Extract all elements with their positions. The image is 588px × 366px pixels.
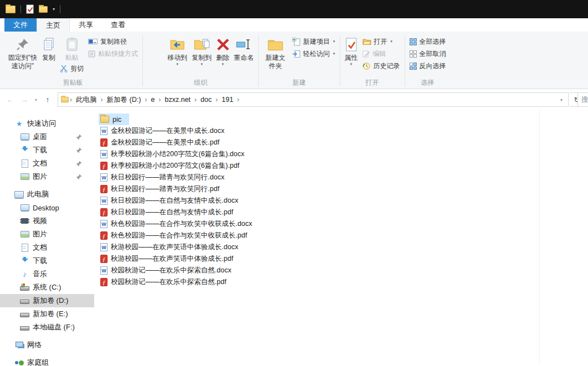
breadcrumb-item[interactable]: 此电脑 bbox=[73, 95, 100, 105]
open-folder-icon bbox=[362, 38, 371, 45]
file-row[interactable]: ƒ秋游校园——在欢声笑语中体验成长.pdf bbox=[99, 253, 241, 265]
tab-file[interactable]: 文件 bbox=[4, 18, 37, 32]
select-none-button[interactable]: 全部取消 bbox=[407, 48, 448, 60]
file-row[interactable]: ƒ秋季校园秋游小结200字范文(6篇合集).pdf bbox=[99, 160, 247, 172]
breadcrumb-item[interactable]: e bbox=[147, 96, 158, 104]
copy-to-button[interactable]: 复制到 ▾ bbox=[190, 34, 214, 66]
file-name: 秋日校园游——在自然与友情中成长.pdf bbox=[111, 208, 233, 217]
sidebar-item-label: 系统 (C:) bbox=[33, 282, 61, 292]
sidebar-item-this-pc[interactable]: 此电脑 bbox=[0, 188, 94, 201]
pdf-file-icon: ƒ bbox=[100, 255, 108, 263]
sidebar-item[interactable]: 图片 bbox=[0, 170, 94, 183]
file-row[interactable]: W秋游校园——在欢声笑语中体验成长.docx bbox=[99, 241, 246, 253]
move-to-button[interactable]: 移动到 ▾ bbox=[165, 34, 190, 66]
invert-selection-button[interactable]: 反向选择 bbox=[407, 60, 448, 72]
sidebar-item[interactable]: 下载 bbox=[0, 254, 94, 267]
tab-view[interactable]: 查看 bbox=[102, 18, 134, 32]
file-row[interactable]: ƒ秋日校园游——在自然与友情中成长.pdf bbox=[99, 207, 241, 218]
sidebar-item[interactable]: 新加卷 (D:) bbox=[0, 294, 94, 307]
properties-button[interactable]: 属性 ▾ bbox=[342, 34, 360, 66]
sidebar-item[interactable]: 图片 bbox=[0, 228, 94, 241]
easy-access-button[interactable]: 轻松访问 ▾ bbox=[290, 48, 338, 60]
delete-button[interactable]: 删除 ▾ bbox=[214, 34, 232, 66]
sidebar-item[interactable]: 文档 bbox=[0, 157, 94, 170]
qat-properties-icon[interactable] bbox=[26, 4, 34, 14]
file-row[interactable]: pic bbox=[99, 114, 129, 125]
file-row[interactable]: W秋季校园秋游小结200字范文(6篇合集).docx bbox=[99, 148, 252, 160]
word-file-icon: W bbox=[100, 220, 108, 228]
sidebar-item[interactable]: 桌面 bbox=[0, 130, 94, 143]
sidebar-item[interactable]: 音乐 bbox=[0, 267, 94, 281]
tab-share[interactable]: 共享 bbox=[70, 18, 102, 32]
breadcrumb-item[interactable]: doc bbox=[197, 96, 215, 104]
sidebar-item-quick-access[interactable]: 快速访问 bbox=[0, 117, 94, 130]
group-label-organize: 组织 bbox=[143, 78, 258, 89]
up-button[interactable]: ↑ bbox=[41, 95, 54, 104]
breadcrumb-item[interactable]: bzxz.net bbox=[161, 96, 194, 104]
paste-button[interactable]: 粘贴 bbox=[58, 34, 86, 63]
recent-locations-chevron-icon[interactable]: ▾ bbox=[32, 97, 40, 102]
pin-to-quick-access-button[interactable]: 固定到"快速访问" bbox=[6, 34, 40, 71]
file-row[interactable]: W秋日校园行——踏青与欢笑同行.docx bbox=[99, 172, 232, 183]
cut-button[interactable]: 剪切 bbox=[58, 63, 86, 75]
homegroup-icon bbox=[14, 359, 24, 366]
new-item-button[interactable]: 新建项目 ▾ bbox=[290, 35, 338, 48]
app-folder-icon bbox=[6, 6, 16, 13]
qat-customize-chevron-icon[interactable]: ▾ bbox=[53, 7, 55, 12]
group-label-select: 选择 bbox=[405, 78, 451, 89]
sidebar-item-homegroup[interactable]: 家庭组 bbox=[0, 356, 94, 366]
breadcrumb-item[interactable]: 191 bbox=[218, 96, 237, 104]
desktop-icon bbox=[20, 204, 29, 212]
edit-button[interactable]: 编辑 bbox=[360, 48, 402, 60]
forward-button[interactable]: → bbox=[18, 95, 31, 104]
breadcrumb-item[interactable]: 新加卷 (D:) bbox=[104, 95, 145, 105]
file-row[interactable]: ƒ校园秋游记——在欢乐中探索自然.pdf bbox=[99, 276, 234, 288]
paste-icon bbox=[66, 35, 78, 53]
button-label: 历史记录 bbox=[374, 61, 400, 71]
copy-path-button[interactable]: 复制路径 bbox=[86, 35, 140, 48]
sidebar-item-label: 本地磁盘 (F:) bbox=[33, 322, 75, 332]
file-row[interactable]: ƒ金秋校园游记——在美景中成长.pdf bbox=[99, 137, 227, 148]
new-folder-button[interactable]: 新建文件夹 bbox=[261, 34, 290, 71]
pdf-file-icon: ƒ bbox=[100, 162, 108, 170]
search-input[interactable]: 搜 bbox=[577, 92, 588, 107]
pin-icon bbox=[76, 147, 82, 153]
sidebar-item-label: 网络 bbox=[27, 340, 42, 350]
thispc-icon bbox=[14, 190, 24, 199]
qat-new-folder-icon[interactable] bbox=[39, 6, 48, 13]
file-row[interactable]: W金秋校园游记——在美景中成长.docx bbox=[99, 125, 232, 137]
sidebar-item[interactable]: 视频 bbox=[0, 214, 94, 228]
file-row[interactable]: ƒ秋色校园游——在合作与欢笑中收获成长.pdf bbox=[99, 230, 255, 241]
pdf-file-icon: ƒ bbox=[100, 185, 108, 193]
easy-access-icon bbox=[292, 50, 300, 58]
paste-shortcut-button[interactable]: 粘贴快捷方式 bbox=[86, 48, 140, 60]
sidebar-item[interactable]: 系统 (C:) bbox=[0, 281, 94, 294]
file-row[interactable]: ƒ秋日校园行——踏青与欢笑同行.pdf bbox=[99, 183, 227, 195]
dropdown-chevron-icon: ▾ bbox=[333, 40, 335, 43]
history-button[interactable]: 历史记录 bbox=[360, 60, 402, 72]
address-dropdown-chevron-icon[interactable]: ▾ bbox=[557, 97, 566, 102]
back-button[interactable]: ← bbox=[3, 95, 17, 104]
file-name: 秋季校园秋游小结200字范文(6篇合集).docx bbox=[111, 150, 244, 159]
tab-home[interactable]: 主页 bbox=[37, 18, 70, 32]
music-icon bbox=[20, 270, 29, 279]
delete-x-icon bbox=[217, 35, 229, 53]
file-row[interactable]: W校园秋游记——在欢乐中探索自然.docx bbox=[99, 265, 239, 276]
file-row[interactable]: W秋色校园游——在合作与欢笑中收获成长.docx bbox=[99, 218, 260, 230]
address-box[interactable]: › 此电脑›新加卷 (D:)›e›bzxz.net›doc›191› ▾ bbox=[58, 92, 569, 107]
sidebar-item-network[interactable]: 网络 bbox=[0, 338, 94, 352]
sidebar-item[interactable]: 本地磁盘 (F:) bbox=[0, 321, 94, 334]
sidebar-item[interactable]: 文档 bbox=[0, 241, 94, 254]
open-button[interactable]: 打开 ▾ bbox=[360, 35, 402, 48]
copy-button[interactable]: 复制 bbox=[40, 34, 58, 63]
sidebar-item[interactable]: 下载 bbox=[0, 143, 94, 157]
sidebar-item-label: 视频 bbox=[33, 216, 47, 226]
rename-button[interactable]: 重命名 bbox=[232, 34, 256, 63]
file-name: 秋日校园行——踏青与欢笑同行.docx bbox=[111, 173, 224, 182]
breadcrumb-chevron-icon[interactable]: › bbox=[237, 96, 240, 104]
star-icon bbox=[14, 120, 24, 128]
select-all-button[interactable]: 全部选择 bbox=[407, 35, 448, 48]
sidebar-item[interactable]: 新加卷 (E:) bbox=[0, 307, 94, 321]
sidebar-item[interactable]: Desktop bbox=[0, 201, 94, 214]
file-row[interactable]: W秋日校园游——在自然与友情中成长.docx bbox=[99, 195, 246, 207]
